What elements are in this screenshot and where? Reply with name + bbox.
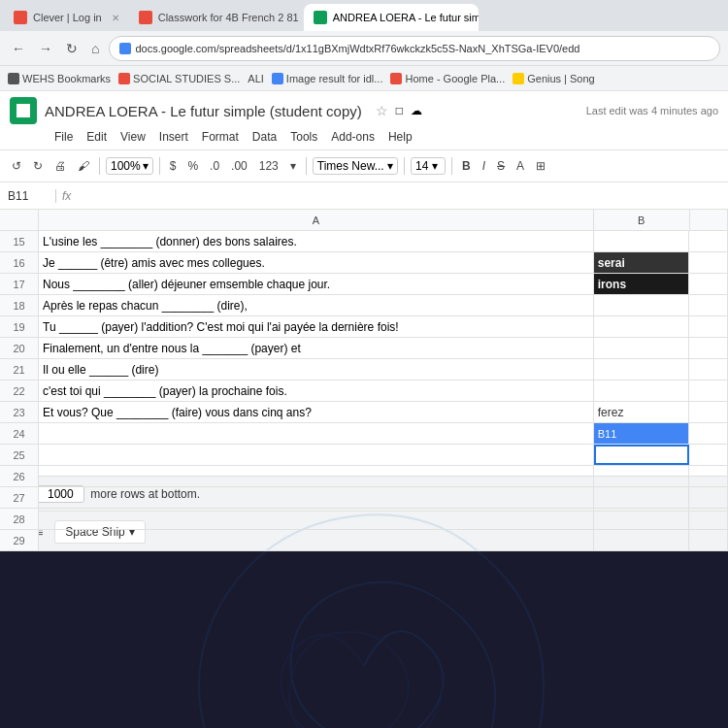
percent-button[interactable]: % — [183, 157, 202, 175]
cell-b28[interactable] — [594, 509, 690, 529]
italic-button[interactable]: I — [479, 157, 489, 175]
cell-a17[interactable]: Nous ________ (aller) déjeuner emsemble … — [39, 274, 594, 294]
cell-a24[interactable] — [39, 423, 594, 444]
bookmark-wehs-label: WEHS Bookmarks — [22, 73, 111, 84]
cell-b17[interactable]: irons — [594, 274, 690, 294]
menu-format[interactable]: Format — [196, 128, 245, 146]
star-icon[interactable]: ☆ — [376, 103, 388, 118]
cell-a25[interactable] — [39, 445, 594, 465]
font-size-selector[interactable]: 14 ▾ — [411, 157, 446, 175]
cell-b26[interactable] — [594, 466, 690, 486]
cell-b23[interactable]: ferez — [594, 402, 690, 422]
font-size-dropdown-icon[interactable]: ▾ — [432, 159, 438, 173]
back-button[interactable]: ← — [8, 39, 29, 58]
cell-a16[interactable]: Je ______ (être) amis avec mes collegues… — [39, 252, 594, 273]
cell-b27[interactable] — [594, 487, 690, 508]
menu-view[interactable]: View — [115, 128, 151, 146]
zoom-selector[interactable]: 100% ▾ — [106, 157, 153, 175]
bookmark-ali[interactable]: ALI — [248, 73, 264, 84]
cell-b25-active[interactable] — [594, 445, 690, 465]
format-dropdown-icon[interactable]: ▾ — [286, 157, 300, 175]
cell-a18[interactable]: Après le repas chacun ________ (dire), — [39, 295, 594, 315]
decimal1-button[interactable]: .0 — [206, 157, 223, 175]
menu-help[interactable]: Help — [382, 128, 418, 146]
cell-reference-box[interactable]: B11 — [8, 189, 56, 203]
toolbar-sep-4 — [404, 157, 405, 175]
cell-a15[interactable]: L'usine les ________ (donner) des bons s… — [39, 231, 594, 251]
border-button[interactable]: ⊞ — [532, 157, 549, 175]
tab-classwork[interactable]: Classwork for 4B French 2 81 ✕ — [129, 4, 304, 31]
decimal2-button[interactable]: .00 — [227, 157, 251, 175]
zoom-dropdown-icon[interactable]: ▾ — [143, 159, 149, 173]
cell-b15[interactable] — [594, 231, 690, 251]
menu-tools[interactable]: Tools — [284, 128, 323, 146]
strikethrough-button[interactable]: S — [493, 157, 509, 175]
cell-b20[interactable] — [594, 338, 690, 358]
bookmark-home-label: Home - Google Pla... — [405, 73, 505, 84]
tab-clever-close[interactable]: ✕ — [112, 13, 119, 23]
cell-a29[interactable] — [39, 530, 594, 550]
font-size-value: 14 — [415, 159, 428, 173]
cell-a20[interactable]: Finalement, un d'entre nous la _______ (… — [39, 338, 594, 358]
cell-a28[interactable] — [39, 509, 594, 529]
undo-button[interactable]: ↺ — [8, 157, 25, 175]
cell-b19[interactable] — [594, 316, 690, 337]
reload-button[interactable]: ↻ — [62, 39, 82, 58]
table-row: 15 L'usine les ________ (donner) des bon… — [0, 231, 728, 252]
paint-format-button[interactable]: 🖌 — [74, 157, 93, 175]
font-selector[interactable]: Times New... ▾ — [313, 157, 398, 175]
print-button[interactable]: 🖨 — [50, 157, 70, 175]
menu-edit[interactable]: Edit — [81, 128, 113, 146]
page-wrapper: Clever | Log in ✕ Classwork for 4B Frenc… — [0, 0, 728, 728]
font-color-button[interactable]: A — [513, 157, 528, 175]
cell-b29[interactable] — [594, 530, 690, 550]
browser-tabs: Clever | Log in ✕ Classwork for 4B Frenc… — [0, 0, 728, 31]
cell-b24[interactable]: B11 — [594, 423, 690, 444]
cell-c20 — [689, 338, 728, 358]
menu-insert[interactable]: Insert — [153, 128, 194, 146]
row-num-28: 28 — [0, 509, 39, 529]
cell-a26[interactable] — [39, 466, 594, 486]
cell-a22[interactable]: c'est toi qui ________ (payer) la procha… — [39, 381, 594, 401]
url-text: docs.google.com/spreadsheets/d/1x11gBXmj… — [135, 43, 579, 54]
col-header-b[interactable]: B — [594, 210, 690, 230]
move-to-drive-icon[interactable]: □ — [396, 104, 403, 117]
cell-a27[interactable] — [39, 487, 594, 508]
cell-b18[interactable] — [594, 295, 690, 315]
forward-button[interactable]: → — [35, 39, 56, 58]
currency-button[interactable]: $ — [166, 157, 181, 175]
bold-button[interactable]: B — [458, 157, 475, 175]
toolbar-sep-2 — [159, 157, 160, 175]
menu-addons[interactable]: Add-ons — [325, 128, 381, 146]
redo-button[interactable]: ↻ — [29, 157, 47, 175]
share-icon[interactable]: ☁ — [411, 104, 422, 117]
cell-a23[interactable]: Et vous? Que ________ (faire) vous dans … — [39, 402, 594, 422]
toolbar-sep-1 — [99, 157, 100, 175]
home-button[interactable]: ⌂ — [87, 39, 103, 58]
cell-a19[interactable]: Tu ______ (payer) l'addition? C'est moi … — [39, 316, 594, 337]
tab-clever-label: Clever | Log in — [33, 12, 102, 23]
url-bar[interactable]: docs.google.com/spreadsheets/d/1x11gBXmj… — [109, 36, 720, 61]
bookmark-wehs[interactable]: WEHS Bookmarks — [8, 73, 111, 84]
clever-favicon — [14, 11, 27, 24]
table-row: 23 Et vous? Que ________ (faire) vous da… — [0, 402, 728, 423]
menu-data[interactable]: Data — [247, 128, 282, 146]
bookmark-google-icon — [272, 73, 283, 84]
tab-sheets[interactable]: ANDREA LOERA - Le futur simple ✕ — [304, 4, 479, 31]
bookmark-genius[interactable]: Genius | Song — [513, 73, 595, 84]
cell-b16[interactable]: serai — [594, 252, 690, 273]
cell-b22[interactable] — [594, 381, 690, 401]
cell-b21[interactable] — [594, 359, 690, 380]
bookmarks-bar: WEHS Bookmarks SOCIAL STUDIES S... ALI I… — [0, 66, 728, 91]
font-dropdown-icon[interactable]: ▾ — [387, 159, 393, 173]
cell-c26 — [689, 466, 728, 486]
bookmark-social[interactable]: SOCIAL STUDIES S... — [118, 73, 240, 84]
sheets-logo-inner — [15, 102, 32, 119]
bookmark-home[interactable]: Home - Google Pla... — [390, 73, 505, 84]
bookmark-google-image[interactable]: Image result for idl... — [272, 73, 383, 84]
format-num-button[interactable]: 123 — [255, 157, 282, 175]
menu-file[interactable]: File — [49, 128, 79, 146]
tab-clever[interactable]: Clever | Log in ✕ — [4, 4, 129, 31]
col-header-a[interactable]: A — [39, 210, 594, 230]
cell-a21[interactable]: Il ou elle ______ (dire) — [39, 359, 594, 380]
